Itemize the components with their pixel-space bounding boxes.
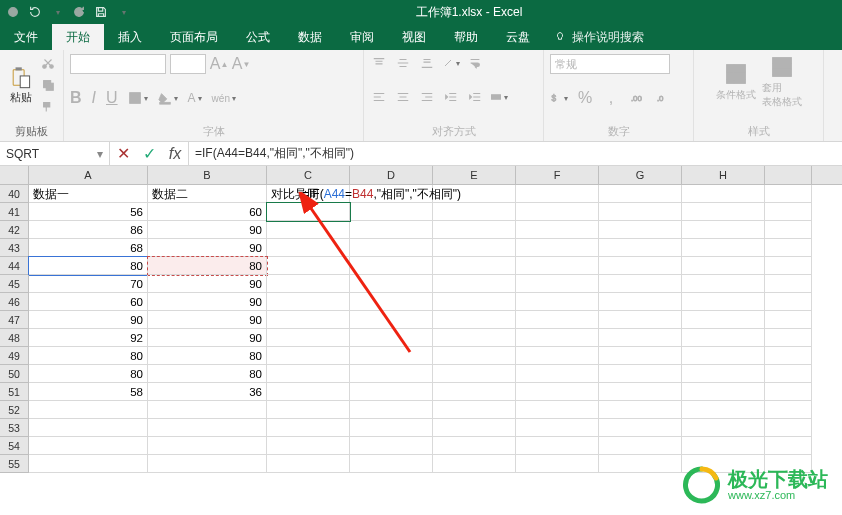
cell[interactable]: 90 <box>29 311 148 329</box>
cell[interactable] <box>267 311 350 329</box>
cancel-formula-icon[interactable]: ✕ <box>110 142 136 166</box>
cell[interactable] <box>765 329 812 347</box>
cell[interactable] <box>599 257 682 275</box>
cell[interactable] <box>148 437 267 455</box>
tab-data[interactable]: 数据 <box>284 24 336 50</box>
row-header[interactable]: 40 <box>0 185 29 203</box>
enter-formula-icon[interactable]: ✓ <box>136 142 162 166</box>
tab-help[interactable]: 帮助 <box>440 24 492 50</box>
history-icon[interactable] <box>28 5 42 19</box>
cell[interactable] <box>350 203 433 221</box>
align-bottom-icon[interactable] <box>418 54 436 72</box>
decrease-decimal-icon[interactable]: .0 <box>654 89 672 107</box>
cell[interactable] <box>350 383 433 401</box>
cell[interactable] <box>682 239 765 257</box>
cell[interactable] <box>765 347 812 365</box>
cell[interactable] <box>516 383 599 401</box>
paste-button[interactable]: 粘贴 <box>6 65 35 105</box>
row-header[interactable]: 53 <box>0 419 29 437</box>
tab-insert[interactable]: 插入 <box>104 24 156 50</box>
cell[interactable] <box>682 293 765 311</box>
tab-cloud[interactable]: 云盘 <box>492 24 544 50</box>
cell[interactable] <box>267 419 350 437</box>
cell[interactable] <box>267 257 350 275</box>
cell[interactable] <box>765 275 812 293</box>
row-header[interactable]: 47 <box>0 311 29 329</box>
cell[interactable]: 60 <box>29 293 148 311</box>
fx-icon[interactable]: fx <box>162 142 188 166</box>
cell[interactable]: 90 <box>148 293 267 311</box>
cell[interactable] <box>599 455 682 473</box>
wrap-text-icon[interactable] <box>466 54 484 72</box>
font-color-button[interactable]: A <box>188 91 202 105</box>
row-header[interactable]: 54 <box>0 437 29 455</box>
conditional-formatting-button[interactable]: 条件格式 <box>716 61 756 102</box>
row-header[interactable]: 48 <box>0 329 29 347</box>
cell[interactable] <box>29 437 148 455</box>
cell[interactable] <box>350 275 433 293</box>
cell[interactable]: 36 <box>148 383 267 401</box>
cell[interactable] <box>433 365 516 383</box>
cell[interactable] <box>433 383 516 401</box>
cell[interactable] <box>148 455 267 473</box>
cell[interactable] <box>682 221 765 239</box>
row-header[interactable]: 43 <box>0 239 29 257</box>
cell[interactable] <box>765 401 812 419</box>
cell[interactable] <box>516 239 599 257</box>
cell[interactable] <box>765 203 812 221</box>
cell[interactable]: 90 <box>148 329 267 347</box>
cell[interactable] <box>516 365 599 383</box>
tab-formulas[interactable]: 公式 <box>232 24 284 50</box>
undo-dropdown-icon[interactable] <box>50 5 64 19</box>
cell[interactable] <box>765 311 812 329</box>
cell[interactable] <box>599 383 682 401</box>
cell[interactable] <box>29 419 148 437</box>
cell[interactable] <box>29 455 148 473</box>
cell[interactable] <box>350 239 433 257</box>
cell[interactable] <box>682 257 765 275</box>
cell[interactable] <box>267 437 350 455</box>
col-header[interactable]: G <box>599 166 682 184</box>
cell[interactable] <box>599 401 682 419</box>
cell[interactable] <box>599 365 682 383</box>
underline-button[interactable]: U <box>106 89 118 107</box>
cell[interactable] <box>433 329 516 347</box>
cell[interactable] <box>682 329 765 347</box>
cell[interactable] <box>516 293 599 311</box>
cell[interactable] <box>599 275 682 293</box>
cell[interactable] <box>350 311 433 329</box>
cell[interactable] <box>516 401 599 419</box>
cell[interactable] <box>765 239 812 257</box>
cell[interactable] <box>599 185 682 203</box>
cell[interactable] <box>350 455 433 473</box>
cell[interactable] <box>433 275 516 293</box>
cell[interactable] <box>433 311 516 329</box>
accounting-format-icon[interactable]: $ <box>550 89 568 107</box>
cell[interactable] <box>267 455 350 473</box>
cell[interactable]: 90 <box>148 275 267 293</box>
cell[interactable] <box>267 365 350 383</box>
decrease-indent-icon[interactable] <box>442 88 460 106</box>
cell[interactable] <box>516 275 599 293</box>
col-header[interactable]: F <box>516 166 599 184</box>
cell[interactable] <box>148 419 267 437</box>
cell[interactable] <box>682 347 765 365</box>
col-header[interactable]: D <box>350 166 433 184</box>
cell[interactable] <box>433 419 516 437</box>
cell[interactable]: 58 <box>29 383 148 401</box>
cell[interactable] <box>433 257 516 275</box>
cell[interactable] <box>765 293 812 311</box>
col-header[interactable]: C <box>267 166 350 184</box>
font-name-combo[interactable] <box>70 54 166 74</box>
cell[interactable]: 70 <box>29 275 148 293</box>
cell[interactable]: 90 <box>148 221 267 239</box>
row-header[interactable]: 51 <box>0 383 29 401</box>
cell[interactable] <box>433 455 516 473</box>
align-left-icon[interactable] <box>370 88 388 106</box>
cell[interactable] <box>599 419 682 437</box>
cell[interactable] <box>765 365 812 383</box>
cell[interactable] <box>267 239 350 257</box>
cell[interactable] <box>148 401 267 419</box>
cell[interactable] <box>433 239 516 257</box>
merge-center-icon[interactable] <box>490 88 508 106</box>
